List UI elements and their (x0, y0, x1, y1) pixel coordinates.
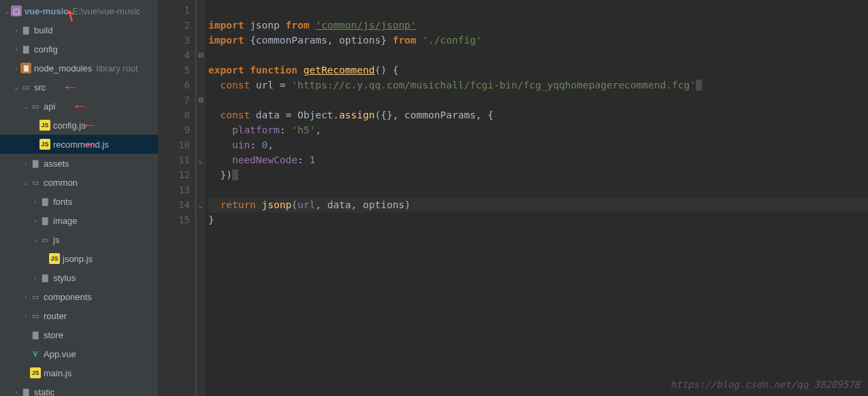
line-number: 11 (159, 152, 190, 167)
tree-item-components[interactable]: ›▭components (0, 287, 158, 306)
tree-item-router[interactable]: ›▭router (0, 306, 158, 325)
fold-marker (196, 33, 206, 48)
line-number: 5 (159, 63, 190, 78)
tree-item-label: config (34, 44, 58, 54)
code-line (208, 184, 214, 195)
code-line: const url = 'https://c.y.qq.com/musichal… (208, 80, 702, 90)
tree-item-label: api (44, 101, 55, 112)
tree-item-config-js[interactable]: JSconfig.js← (0, 116, 158, 135)
tree-item-App-vue[interactable]: VApp.vue (0, 344, 158, 363)
tree-item-node_modules[interactable]: ›▇node_moduleslibrary root (0, 59, 158, 78)
tree-item-jsonp-js[interactable]: JSjsonp.js (0, 249, 158, 268)
fold-marker (196, 137, 206, 152)
tree-root[interactable]: ⌄ ▢ vue-music E:\vue\vue-music ↖ (0, 1, 158, 20)
js-icon: JS (49, 253, 60, 264)
project-tree[interactable]: ⌄ ▢ vue-music E:\vue\vue-music ↖ ›▇build… (0, 0, 159, 396)
tree-item-stylus[interactable]: ›▇stylus (0, 268, 158, 287)
folder-open-icon: ▭ (30, 177, 41, 188)
code-line: } (208, 214, 214, 225)
fold-marker[interactable]: ⊟ (196, 93, 206, 108)
fold-marker (196, 182, 206, 197)
code-content[interactable]: import jsonp from 'common/js/jsonp' impo… (206, 0, 868, 396)
line-number-gutter: 123456789101112131415 (159, 0, 196, 396)
chevron-right-icon[interactable]: › (12, 389, 20, 396)
vue-icon: V (30, 348, 41, 359)
fold-gutter: ⊟ ⊟ ⌞ ⌞ (196, 0, 206, 396)
chevron-right-icon[interactable]: › (12, 46, 20, 53)
tree-item-static[interactable]: ›▇static (0, 382, 158, 396)
code-line: export function getRecommend() { (208, 65, 398, 76)
chevron-right-icon[interactable]: › (22, 312, 30, 320)
tree-item-main-js[interactable]: JSmain.js (0, 363, 158, 382)
tree-item-image[interactable]: ›▇image (0, 211, 158, 230)
js-icon: JS (39, 139, 50, 150)
line-number: 13 (159, 182, 190, 197)
chevron-down-icon: ⌄ (3, 7, 11, 15)
code-line-active: return jsonp(url, data, options) (208, 197, 868, 212)
chevron-right-icon[interactable]: › (12, 27, 20, 34)
tree-item-label: router (44, 311, 67, 321)
folder-icon: ▇ (20, 24, 31, 35)
folder-icon: ▇ (30, 329, 41, 340)
fold-marker (196, 212, 206, 227)
line-number: 9 (159, 122, 190, 137)
chevron-right-icon[interactable]: › (31, 274, 39, 282)
line-number: 7 (159, 93, 190, 108)
chevron-down-icon[interactable]: ⌄ (22, 103, 30, 110)
code-line (208, 229, 214, 240)
tree-item-label: stylus (53, 273, 76, 283)
folder-open-icon: ▭ (39, 234, 50, 245)
project-path: E:\vue\vue-music (72, 6, 140, 16)
chevron-right-icon[interactable]: › (12, 65, 20, 72)
folder-open-icon: ▭ (30, 291, 41, 302)
fold-marker[interactable]: ⊟ (196, 48, 206, 63)
line-number: 3 (159, 33, 190, 48)
chevron-right-icon[interactable]: › (22, 160, 30, 167)
tree-item-config[interactable]: ›▇config (0, 39, 158, 59)
folder-icon: ▇ (39, 196, 50, 207)
tree-item-suffix: library root (96, 63, 138, 73)
code-line: }) (208, 169, 238, 180)
line-number: 4 (159, 48, 190, 63)
chevron-right-icon[interactable]: › (31, 217, 39, 225)
tree-item-label: jsonp.js (63, 254, 93, 264)
tree-item-js[interactable]: ⌄▭js (0, 230, 158, 249)
tree-item-label: image (53, 216, 77, 226)
line-number: 12 (159, 167, 190, 182)
code-editor[interactable]: 123456789101112131415 ⊟ ⊟ ⌞ ⌞ import jso… (159, 0, 868, 396)
tree-item-recommend-js[interactable]: JSrecommend.js← (0, 135, 158, 154)
tree-item-api[interactable]: ⌄▭api← (0, 97, 158, 116)
line-number: 10 (159, 137, 190, 152)
code-line: import {commonParams, options} from './c… (208, 35, 482, 46)
annotation-arrow-icon: ← (61, 80, 78, 95)
code-line: needNewCode: 1 (208, 154, 315, 165)
js-icon: JS (30, 367, 41, 378)
fold-marker (196, 18, 206, 33)
tree-item-fonts[interactable]: ›▇fonts (0, 192, 158, 211)
tree-item-store[interactable]: ▇store (0, 325, 158, 344)
annotation-arrow-icon: ← (80, 137, 97, 152)
tree-item-label: build (34, 25, 52, 35)
code-line: platform: 'h5', (208, 125, 321, 135)
fold-marker (196, 78, 206, 93)
line-number: 15 (159, 212, 190, 227)
tree-item-src[interactable]: ⌄▭src← (0, 78, 158, 97)
line-number: 8 (159, 108, 190, 122)
tree-item-assets[interactable]: ›▇assets (0, 154, 158, 173)
chevron-right-icon[interactable]: › (22, 293, 30, 301)
tree-item-common[interactable]: ⌄▭common (0, 173, 158, 192)
tree-item-build[interactable]: ›▇build (0, 20, 158, 39)
chevron-right-icon[interactable]: › (31, 198, 39, 205)
chevron-down-icon[interactable]: ⌄ (12, 84, 20, 91)
tree-item-label: common (44, 178, 78, 188)
code-line (208, 50, 214, 61)
chevron-down-icon[interactable]: ⌄ (31, 236, 39, 244)
fold-marker[interactable]: ⌞ (196, 152, 206, 167)
line-number: 14 (159, 197, 190, 212)
fold-marker (196, 167, 206, 182)
folder-icon: ▇ (39, 272, 50, 283)
tree-item-label: main.js (44, 368, 71, 378)
fold-marker (196, 63, 206, 78)
fold-marker[interactable]: ⌞ (196, 197, 206, 212)
chevron-down-icon[interactable]: ⌄ (22, 179, 30, 186)
